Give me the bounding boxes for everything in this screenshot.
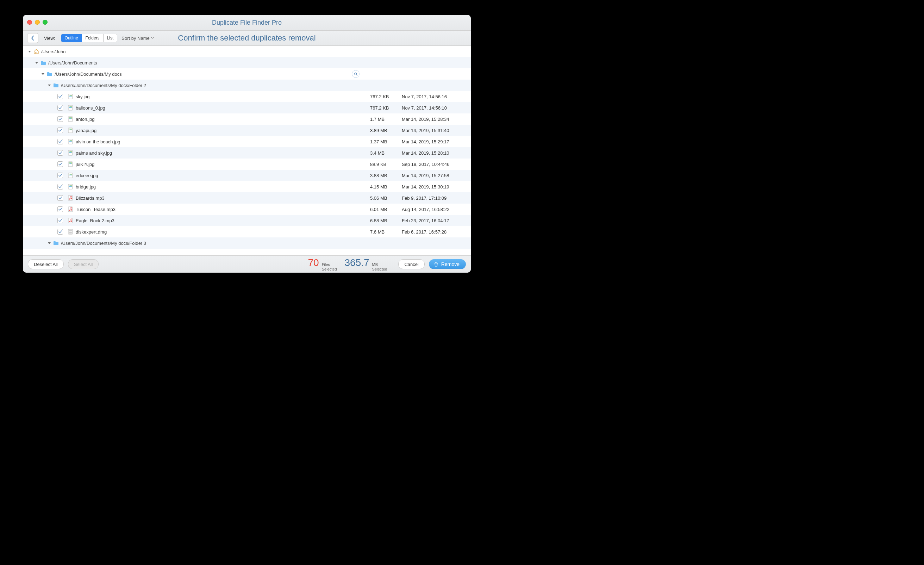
file-row[interactable]: Eagle_Rock 2.mp36.88 MBFeb 23, 2017, 16:… xyxy=(23,215,471,226)
file-size: 6.01 MB xyxy=(370,207,402,212)
selected-label: Selected xyxy=(372,267,387,271)
file-name: balloons_0.jpg xyxy=(76,105,370,111)
minimize-window-icon[interactable] xyxy=(35,20,40,25)
page-heading: Confirm the selected duplicates removal xyxy=(178,33,315,43)
file-row[interactable]: diskexpert.dmg7.6 MBFeb 6, 2017, 16:57:2… xyxy=(23,226,471,237)
disclosure-triangle-icon[interactable] xyxy=(28,50,32,53)
folder-path: /Users/John/Documents/My docs/Folder 3 xyxy=(61,240,465,246)
file-checkbox[interactable] xyxy=(57,184,63,189)
files-count: 70 xyxy=(308,257,319,268)
check-icon xyxy=(58,230,62,233)
search-in-folder-button[interactable] xyxy=(352,70,360,78)
home-icon xyxy=(33,49,39,54)
file-type-icon xyxy=(68,206,73,212)
view-mode-segment: Outline Folders List xyxy=(61,34,118,42)
file-date: Sep 19, 2017, 10:44:46 xyxy=(402,162,465,167)
file-size: 1.37 MB xyxy=(370,139,402,144)
check-icon xyxy=(58,162,62,166)
close-window-icon[interactable] xyxy=(27,20,32,25)
size-selected-stat: 365.7 MB Selected xyxy=(345,257,387,271)
size-value: 365.7 xyxy=(345,257,369,268)
window-controls xyxy=(27,20,48,25)
file-size: 6.88 MB xyxy=(370,218,402,223)
file-row[interactable]: bridge.jpg4.15 MBMar 14, 2019, 15:30:19 xyxy=(23,181,471,192)
file-row[interactable]: yanapi.jpg3.89 MBMar 14, 2019, 15:31:40 xyxy=(23,125,471,136)
svg-rect-39 xyxy=(69,232,72,233)
check-icon xyxy=(58,196,62,200)
disclosure-triangle-icon[interactable] xyxy=(48,241,51,245)
titlebar: Duplicate File Finder Pro xyxy=(23,15,471,31)
file-size: 88.9 KB xyxy=(370,162,402,167)
files-selected-stat: 70 Files Selected xyxy=(308,257,337,271)
file-checkbox[interactable] xyxy=(57,105,63,111)
file-checkbox[interactable] xyxy=(57,150,63,156)
file-row[interactable]: palms and sky.jpg3.4 MBMar 14, 2019, 15:… xyxy=(23,147,471,159)
remove-label: Remove xyxy=(441,261,459,267)
check-icon xyxy=(58,207,62,211)
folder-icon xyxy=(40,60,46,65)
file-checkbox[interactable] xyxy=(57,229,63,234)
file-checkbox[interactable] xyxy=(57,139,63,144)
file-row[interactable]: edceee.jpg3.88 MBMar 14, 2019, 15:27:58 xyxy=(23,170,471,181)
file-type-icon xyxy=(68,105,73,111)
file-name: Eagle_Rock 2.mp3 xyxy=(76,218,370,223)
folder-row[interactable]: /Users/John/Documents/My docs/Folder 2 xyxy=(23,80,471,91)
zoom-window-icon[interactable] xyxy=(43,20,48,25)
file-checkbox[interactable] xyxy=(57,173,63,178)
file-checkbox[interactable] xyxy=(57,116,63,122)
file-date: Mar 14, 2019, 15:31:40 xyxy=(402,128,465,133)
folder-row-root[interactable]: /Users/John xyxy=(23,46,471,57)
file-type-icon xyxy=(68,150,73,156)
file-checkbox[interactable] xyxy=(57,94,63,99)
file-name: bridge.jpg xyxy=(76,184,370,189)
file-date: Nov 7, 2017, 14:56:10 xyxy=(402,105,465,111)
select-all-button[interactable]: Select All xyxy=(68,259,99,269)
file-checkbox[interactable] xyxy=(57,195,63,201)
remove-button[interactable]: Remove xyxy=(429,259,466,269)
file-checkbox[interactable] xyxy=(57,206,63,212)
file-row[interactable]: Tuscon_Tease.mp36.01 MBAug 14, 2017, 16:… xyxy=(23,204,471,215)
folder-row[interactable]: /Users/John/Documents/My docs/Folder 3 xyxy=(23,237,471,249)
file-name: j6iKIY.jpg xyxy=(76,162,370,167)
folder-row[interactable]: /Users/John/Documents/My docs xyxy=(23,68,471,80)
file-checkbox[interactable] xyxy=(57,218,63,223)
file-row[interactable]: alvin on the beach.jpg1.37 MBMar 14, 201… xyxy=(23,136,471,147)
sort-dropdown[interactable]: Sort by Name xyxy=(122,36,153,41)
tab-folders[interactable]: Folders xyxy=(82,34,104,42)
file-name: palms and sky.jpg xyxy=(76,150,370,156)
file-type-icon xyxy=(68,184,73,189)
file-type-icon xyxy=(68,229,73,234)
folder-row[interactable]: /Users/John/Documents xyxy=(23,57,471,68)
file-size: 1.7 MB xyxy=(370,117,402,122)
disclosure-triangle-icon[interactable] xyxy=(48,84,51,87)
svg-point-0 xyxy=(354,72,356,75)
file-row[interactable]: j6iKIY.jpg88.9 KBSep 19, 2017, 10:44:46 xyxy=(23,159,471,170)
file-checkbox[interactable] xyxy=(57,161,63,167)
deselect-all-button[interactable]: Deselect All xyxy=(28,259,64,269)
folder-path: /Users/John/Documents/My docs xyxy=(55,72,370,77)
file-row[interactable]: Blizzards.mp35.06 MBFeb 9, 2017, 17:10:0… xyxy=(23,192,471,204)
tab-list[interactable]: List xyxy=(104,34,117,42)
file-checkbox[interactable] xyxy=(57,128,63,133)
check-icon xyxy=(58,106,62,110)
folder-path: /Users/John xyxy=(41,49,465,54)
svg-rect-40 xyxy=(69,230,72,231)
cancel-button[interactable]: Cancel xyxy=(398,259,424,269)
file-row[interactable]: balloons_0.jpg767.2 KBNov 7, 2017, 14:56… xyxy=(23,102,471,113)
file-type-icon xyxy=(68,128,73,133)
check-icon xyxy=(58,95,62,98)
file-name: sky.jpg xyxy=(76,94,370,99)
file-date: Mar 14, 2019, 15:29:17 xyxy=(402,139,465,144)
svg-line-1 xyxy=(356,74,357,75)
file-row[interactable]: anton.jpg1.7 MBMar 14, 2019, 15:28:34 xyxy=(23,113,471,125)
disclosure-triangle-icon[interactable] xyxy=(35,61,38,65)
disclosure-triangle-icon[interactable] xyxy=(41,72,45,76)
file-name: Tuscon_Tease.mp3 xyxy=(76,207,370,212)
file-type-icon xyxy=(68,173,73,178)
search-icon xyxy=(354,72,358,76)
folder-icon xyxy=(53,83,59,88)
tab-outline[interactable]: Outline xyxy=(61,34,82,42)
trash-icon xyxy=(434,262,438,267)
back-button[interactable] xyxy=(27,33,38,43)
file-row[interactable]: sky.jpg767.2 KBNov 7, 2017, 14:56:16 xyxy=(23,91,471,102)
